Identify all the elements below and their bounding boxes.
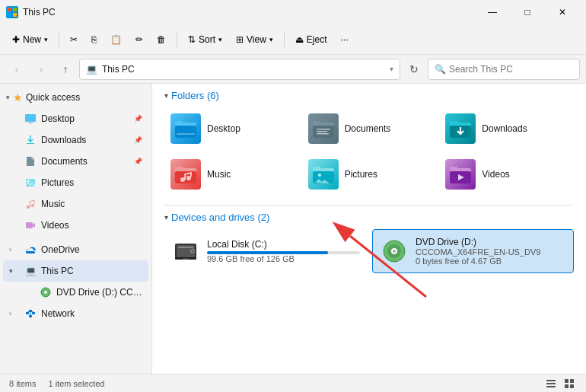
thispc-icon: 💻 — [24, 265, 37, 277]
toolbar-separator-2 — [177, 32, 177, 47]
sidebar-item-dvd[interactable]: DVD Drive (D:) CCCC — [3, 282, 148, 303]
copy-button[interactable]: ⎘ — [85, 28, 103, 51]
onedrive-expand: › — [9, 246, 20, 253]
folder-desktop[interactable]: Desktop — [164, 107, 299, 150]
onedrive-icon — [24, 244, 37, 256]
svg-point-56 — [393, 250, 396, 253]
sort-button[interactable]: ⇅ Sort ▾ — [182, 28, 228, 51]
maximize-button[interactable]: □ — [510, 0, 545, 24]
svg-rect-27 — [313, 121, 320, 126]
search-input[interactable] — [449, 64, 573, 75]
eject-button[interactable]: ⏏ Eject — [289, 28, 333, 51]
downloads-icon — [24, 134, 37, 146]
devices-section-header[interactable]: ▾ Devices and drives (2) — [164, 212, 574, 223]
close-button[interactable]: ✕ — [545, 0, 580, 24]
statusbar: 8 items 1 item selected — [0, 374, 586, 392]
sidebar-item-music[interactable]: Music — [3, 193, 148, 215]
svg-rect-52 — [183, 259, 189, 260]
search-box[interactable]: 🔍 — [428, 59, 580, 80]
rename-button[interactable]: ✏ — [129, 28, 149, 51]
svg-rect-57 — [546, 380, 556, 381]
sidebar-item-documents[interactable]: Documents 📌 — [3, 151, 148, 172]
svg-rect-60 — [565, 379, 568, 383]
pin-icon-downloads: 📌 — [134, 136, 142, 144]
folders-grid: Desktop Documents Downloads — [164, 107, 574, 196]
svg-rect-58 — [546, 383, 556, 384]
device-local-c[interactable]: Local Disk (C:) 99.6 GB free of 126 GB — [164, 229, 366, 273]
device-c-name: Local Disk (C:) — [207, 239, 360, 250]
sidebar-item-downloads[interactable]: Downloads 📌 — [3, 129, 148, 151]
sidebar-item-pictures[interactable]: Pictures — [3, 172, 148, 193]
folder-music[interactable]: Music — [164, 153, 299, 196]
items-count: 8 items — [9, 379, 36, 388]
svg-point-50 — [192, 250, 194, 253]
quick-access-chevron: ▾ — [6, 94, 10, 101]
cut-button[interactable]: ✂ — [64, 28, 84, 51]
svg-rect-23 — [175, 121, 183, 126]
svg-point-42 — [318, 174, 321, 177]
svg-rect-3 — [13, 13, 17, 17]
paste-button[interactable]: 📋 — [104, 28, 128, 51]
sidebar-item-videos[interactable]: Videos — [3, 215, 148, 236]
new-button[interactable]: ✚ New ▾ — [6, 28, 54, 51]
network-expand: › — [9, 310, 20, 317]
svg-rect-59 — [546, 386, 556, 387]
svg-rect-14 — [29, 315, 32, 317]
device-d-name: DVD Drive (D:) — [416, 237, 567, 247]
svg-rect-16 — [32, 312, 35, 314]
folder-downloads[interactable]: Downloads — [439, 107, 574, 150]
minimize-button[interactable]: — — [475, 0, 510, 24]
refresh-button[interactable]: ↻ — [403, 59, 425, 80]
music-icon — [24, 198, 37, 210]
device-d-subdetal: 0 bytes free of 4.67 GB — [416, 257, 567, 266]
address-path[interactable]: 💻 This PC ▾ — [79, 59, 400, 80]
network-icon — [24, 308, 37, 320]
address-path-icon: 💻 — [86, 64, 97, 75]
sidebar-music-label: Music — [41, 199, 142, 209]
statusbar-view-controls — [543, 376, 577, 391]
svg-rect-15 — [26, 312, 29, 314]
addressbar: ‹ › ↑ 💻 This PC ▾ ↻ 🔍 — [0, 55, 586, 84]
address-path-text: This PC — [102, 64, 385, 75]
titlebar-controls: — □ ✕ — [475, 0, 580, 24]
folder-documents[interactable]: Documents — [302, 107, 437, 150]
sidebar-item-desktop[interactable]: Desktop 📌 — [3, 108, 148, 129]
view-button[interactable]: ⊞ View ▾ — [230, 28, 279, 51]
titlebar-left: This PC — [6, 6, 56, 18]
sidebar-item-onedrive[interactable]: › OneDrive — [3, 239, 148, 260]
quick-access-header[interactable]: ▾ ★ Quick access — [0, 87, 151, 108]
svg-rect-33 — [450, 121, 457, 126]
details-view-button[interactable] — [543, 376, 559, 391]
more-button[interactable]: ··· — [335, 28, 355, 51]
folder-pictures[interactable]: Pictures — [302, 153, 437, 196]
folder-music-icon — [170, 159, 201, 190]
copy-icon: ⎘ — [91, 34, 97, 45]
delete-button[interactable]: 🗑 — [151, 28, 172, 51]
svg-rect-62 — [565, 384, 568, 388]
svg-rect-1 — [13, 8, 17, 11]
up-button[interactable]: ↑ — [55, 59, 76, 80]
toolbar: ✚ New ▾ ✂ ⎘ 📋 ✏ 🗑 ⇅ Sort ▾ ⊞ View ▾ — [0, 24, 586, 55]
pin-icon: 📌 — [134, 115, 142, 123]
folders-section-header[interactable]: ▾ Folders (6) — [164, 90, 574, 101]
device-d-icon — [379, 236, 409, 266]
svg-rect-36 — [175, 167, 183, 171]
back-button[interactable]: ‹ — [6, 59, 27, 80]
device-dvd-d[interactable]: DVD Drive (D:) CCCOMA_X64FRE_EN-US_DV9 0… — [372, 229, 574, 273]
large-icons-view-button[interactable] — [562, 376, 577, 391]
selection-count: 1 item selected — [48, 379, 104, 388]
devices-section-title: Devices and drives (2) — [171, 212, 269, 223]
window-icon — [6, 6, 18, 18]
main-area: ▾ ★ Quick access Desktop 📌 Downloads — [0, 84, 586, 374]
svg-point-13 — [44, 291, 47, 294]
desktop-icon — [24, 113, 37, 125]
folder-pictures-icon — [308, 159, 339, 190]
folders-chevron: ▾ — [164, 91, 168, 100]
sidebar-item-thispc[interactable]: ▾ 💻 This PC — [3, 260, 148, 282]
sidebar-item-network[interactable]: › Network — [3, 303, 148, 324]
content-area: ▾ Folders (6) Desktop Documents — [152, 84, 586, 374]
forward-button[interactable]: › — [30, 59, 52, 80]
folder-videos[interactable]: Videos — [439, 153, 574, 196]
sort-icon: ⇅ — [188, 34, 196, 45]
sidebar-thispc-label: This PC — [41, 266, 142, 276]
